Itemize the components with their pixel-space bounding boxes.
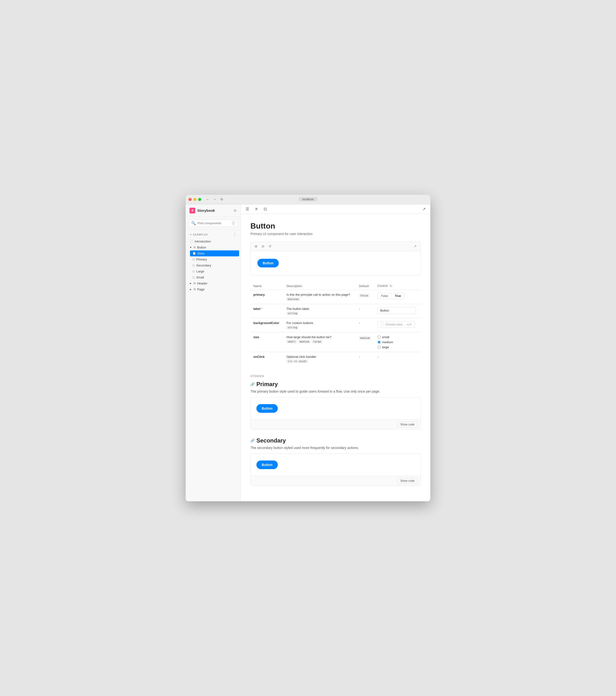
collapse-icon[interactable]: ▼ (190, 233, 192, 236)
open-preview-button[interactable]: ↗ (413, 244, 417, 249)
settings-icon[interactable]: ⚙ (234, 209, 237, 212)
page-group-icon: ⊞ (193, 288, 196, 291)
label-input[interactable] (378, 307, 416, 314)
chevron-right-icon: ► (190, 288, 192, 291)
prop-description-cell: The button label. string (284, 304, 356, 318)
show-code-button-primary[interactable]: Show code (397, 422, 417, 427)
color-code-button[interactable]: </> (406, 323, 412, 326)
sidebar-group-label-text: Header (197, 282, 207, 285)
content-area: Button Primary UI component for user int… (241, 214, 430, 502)
chevron-down-icon: ▼ (190, 246, 192, 249)
story-secondary: 🔗 Secondary The secondary button styled … (250, 437, 421, 486)
radio-input-medium[interactable] (378, 341, 381, 344)
refresh-button[interactable]: ↻ (220, 197, 224, 202)
sidebar-header: S Storybook ⚙ (186, 204, 241, 217)
table-row: primary Is this the principle call to ac… (250, 290, 421, 304)
sidebar-group-button[interactable]: ▼ ⊞ Button (186, 244, 241, 250)
sidebar-group-label-text: Page (197, 288, 204, 291)
prop-control-cell: False True (375, 290, 421, 304)
storybook-logo-text: Storybook (197, 208, 215, 212)
radio-input-small[interactable] (378, 335, 381, 339)
preview-button[interactable]: Button (257, 259, 279, 267)
introduction-icon: 📄 (190, 240, 193, 243)
section-action-icon[interactable]: ⋮ (233, 233, 237, 237)
preview-body: Button (251, 251, 421, 275)
table-row: label * The button label. string - (250, 304, 421, 318)
sidebar-item-label: Docs (198, 252, 205, 255)
search-input[interactable] (198, 221, 231, 225)
main-toolbar: ☰ ✳ ⊡ ↗ (241, 204, 430, 214)
props-table-body: primary Is this the principle call to ac… (250, 290, 421, 366)
sidebar-item-label: Small (196, 275, 204, 279)
maximize-dot[interactable] (198, 198, 201, 201)
sidebar-item-secondary[interactable]: ◻ Secondary (189, 263, 241, 268)
story-icon: ◻ (192, 275, 195, 279)
sidebar-item-label: Introduction (194, 240, 211, 243)
col-name: Name (250, 282, 284, 290)
prop-name-cell: onClick (250, 352, 284, 366)
sidebar-item-label: Secondary (196, 264, 211, 267)
story-primary: 🔗 Primary The primary button style used … (250, 381, 421, 429)
reset-controls-icon[interactable]: ↻ (390, 284, 392, 288)
prop-name-cell: primary (250, 290, 284, 304)
link-icon[interactable]: 🔗 (250, 439, 254, 443)
prop-description-cell: For custom buttons string (284, 318, 356, 332)
toggle-control: False True (378, 293, 405, 299)
sidebar-item-introduction[interactable]: 📄 Introduction (186, 238, 241, 244)
zoom-out-button[interactable]: ⊖ (260, 244, 266, 249)
prop-default-cell: - (356, 318, 375, 332)
minimize-dot[interactable] (193, 198, 196, 201)
addons-button[interactable]: ✳ (254, 206, 259, 212)
sidebar-group-label-text: Button (197, 246, 206, 249)
story-secondary-preview-body: Button (251, 454, 421, 476)
radio-input-large[interactable] (378, 346, 381, 349)
search-input-wrap[interactable]: 🔍 / (189, 219, 238, 227)
prop-description-cell: Is this the principle call to action on … (284, 290, 356, 304)
prop-description-cell: How large should the button be? small me… (284, 332, 356, 352)
toggle-false-button[interactable]: False (378, 293, 392, 299)
story-secondary-title: 🔗 Secondary (250, 437, 421, 444)
storybook-logo-icon: S (190, 208, 195, 213)
zoom-reset-button[interactable]: ↺ (267, 244, 272, 249)
sidebar-toggle-button[interactable]: ☰ (245, 206, 250, 212)
story-primary-description: The primary button style used to guide u… (250, 390, 421, 393)
zoom-in-button[interactable]: ⊕ (254, 244, 258, 249)
sidebar-item-docs[interactable]: 📋 Docs (190, 250, 239, 256)
button-sub-items: 📋 Docs ◻ Primary ◻ Secondary ◻ Large (186, 250, 241, 280)
props-table-head: Name Description Default Control ↻ (250, 282, 421, 290)
button-group-icon: ⊞ (193, 246, 196, 249)
toggle-true-button[interactable]: True (392, 293, 404, 299)
radio-medium[interactable]: medium (378, 340, 418, 344)
search-icon: 🔍 (191, 221, 196, 225)
story-secondary-preview: Button Show code (250, 454, 421, 486)
sidebar-item-small[interactable]: ◻ Small (189, 274, 241, 280)
prop-default-cell: - (356, 304, 375, 318)
story-primary-preview: Button Show code (250, 397, 421, 429)
back-button[interactable]: ← (205, 197, 210, 202)
story-icon: ◻ (192, 270, 195, 273)
color-control[interactable]: Choose color... </> (378, 321, 415, 328)
search-shortcut: / (232, 221, 235, 225)
open-external-button[interactable]: ↗ (422, 206, 426, 212)
app-layout: S Storybook ⚙ 🔍 / ▼ EXAMPLES ⋮ (186, 204, 430, 502)
prop-name-cell: backgroundColor (250, 318, 284, 332)
sidebar-group-page[interactable]: ► ⊞ Page (186, 286, 241, 292)
sidebar-item-primary[interactable]: ◻ Primary (189, 256, 241, 263)
story-primary-button[interactable]: Button (256, 404, 278, 413)
table-row: onClick Optional click handler (() => vo… (250, 352, 421, 366)
close-dot[interactable] (189, 198, 192, 201)
story-primary-title: 🔗 Primary (250, 381, 421, 387)
props-table: Name Description Default Control ↻ (250, 282, 421, 366)
table-row: backgroundColor For custom buttons strin… (250, 318, 421, 332)
fullscreen-button[interactable]: ⊡ (263, 206, 268, 212)
radio-large[interactable]: large (378, 345, 418, 349)
radio-small[interactable]: small (378, 335, 418, 339)
col-default: Default (356, 282, 375, 290)
link-icon[interactable]: 🔗 (250, 382, 254, 386)
sidebar-group-header[interactable]: ► ⊞ Header (186, 280, 241, 286)
story-secondary-button[interactable]: Button (256, 460, 278, 469)
story-icon: ◻ (192, 264, 195, 267)
show-code-button-secondary[interactable]: Show code (397, 478, 417, 484)
forward-button[interactable]: → (212, 197, 218, 202)
sidebar-item-large[interactable]: ◻ Large (189, 268, 241, 274)
